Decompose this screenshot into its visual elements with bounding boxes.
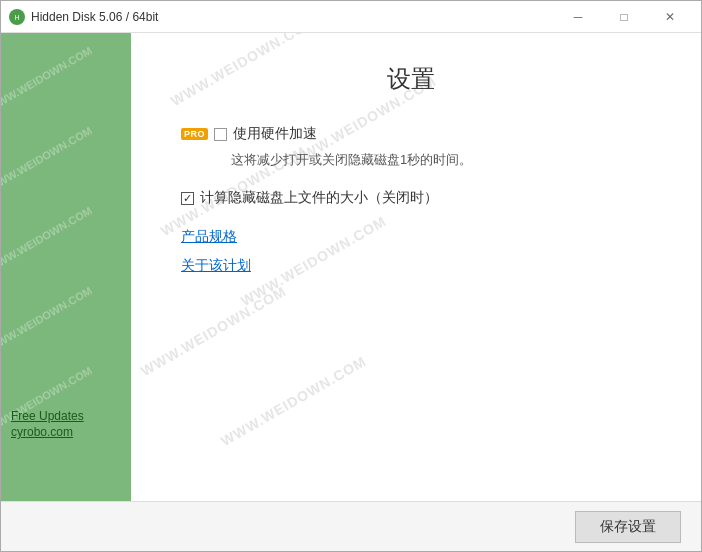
window-title: Hidden Disk 5.06 / 64bit xyxy=(31,10,555,24)
hardware-row: PRO 使用硬件加速 xyxy=(181,125,661,143)
save-button[interactable]: 保存设置 xyxy=(575,511,681,543)
app-window: H Hidden Disk 5.06 / 64bit ─ □ ✕ WWW.WEI… xyxy=(0,0,702,552)
sidebar: WWW.WEIDOWN.COM WWW.WEIDOWN.COM WWW.WEID… xyxy=(1,33,131,501)
file-size-label: 计算隐藏磁盘上文件的大小（关闭时） xyxy=(200,189,438,207)
close-button[interactable]: ✕ xyxy=(647,1,693,33)
minimize-button[interactable]: ─ xyxy=(555,1,601,33)
wm5: WWW.WEIDOWN.COM xyxy=(138,283,289,379)
svg-text:H: H xyxy=(14,14,19,21)
pro-badge: PRO xyxy=(181,128,208,140)
watermark-text-4: WWW.WEIDOWN.COM xyxy=(1,284,94,353)
main-container: WWW.WEIDOWN.COM WWW.WEIDOWN.COM WWW.WEID… xyxy=(1,33,701,501)
hardware-checkbox[interactable] xyxy=(214,128,227,141)
product-spec-link[interactable]: 产品规格 xyxy=(181,228,237,244)
content-area: WWW.WEIDOWN.COM WWW.WEIDOWN.COM WWW.WEID… xyxy=(131,33,701,501)
watermark-text-3: WWW.WEIDOWN.COM xyxy=(1,204,94,273)
page-content: 设置 PRO 使用硬件加速 这将减少打开或关闭隐藏磁盘1秒的时间。 ✓ 计算隐藏… xyxy=(181,63,661,275)
hardware-label: 使用硬件加速 xyxy=(233,125,317,143)
cyrobo-link[interactable]: cyrobo.com xyxy=(11,425,84,439)
product-spec-row: 产品规格 xyxy=(181,227,661,246)
wm6: WWW.WEIDOWN.COM xyxy=(218,353,369,449)
maximize-button[interactable]: □ xyxy=(601,1,647,33)
about-link[interactable]: 关于该计划 xyxy=(181,257,251,273)
watermark-text-2: WWW.WEIDOWN.COM xyxy=(1,124,94,193)
app-icon: H xyxy=(9,9,25,25)
window-controls: ─ □ ✕ xyxy=(555,1,693,33)
bottom-bar: 保存设置 xyxy=(1,501,701,551)
file-size-checkbox[interactable]: ✓ xyxy=(181,192,194,205)
hardware-description: 这将减少打开或关闭隐藏磁盘1秒的时间。 xyxy=(231,151,661,169)
titlebar: H Hidden Disk 5.06 / 64bit ─ □ ✕ xyxy=(1,1,701,33)
free-updates-link[interactable]: Free Updates xyxy=(11,409,84,423)
watermark-text-1: WWW.WEIDOWN.COM xyxy=(1,44,94,113)
sidebar-bottom: Free Updates cyrobo.com xyxy=(11,409,84,441)
about-row: 关于该计划 xyxy=(181,256,661,275)
page-title: 设置 xyxy=(161,63,661,95)
hardware-section: PRO 使用硬件加速 这将减少打开或关闭隐藏磁盘1秒的时间。 xyxy=(181,125,661,169)
file-size-row: ✓ 计算隐藏磁盘上文件的大小（关闭时） xyxy=(181,189,661,207)
